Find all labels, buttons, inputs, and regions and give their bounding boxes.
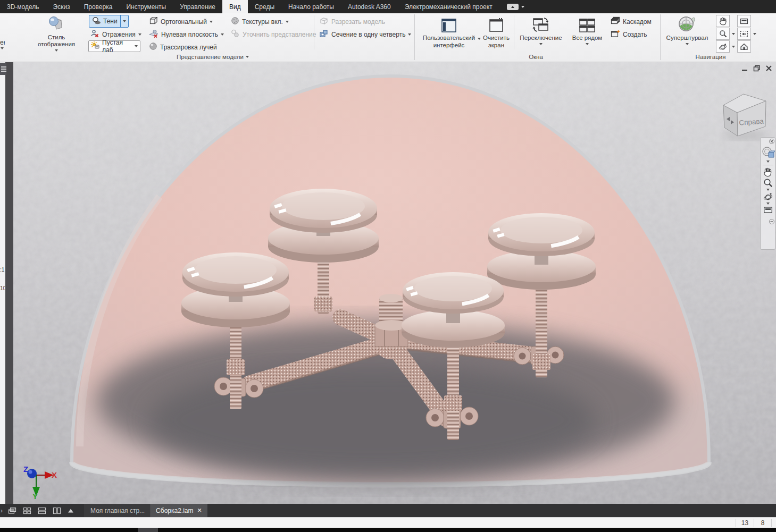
- ray-tracing-button[interactable]: Трассировка лучей: [149, 41, 217, 53]
- close-button[interactable]: [765, 65, 772, 72]
- nav-grid: [716, 15, 758, 53]
- quarter-section-caret: [408, 33, 411, 36]
- cascade-button[interactable]: Каскадом: [611, 16, 652, 27]
- panel-navigation-label: Навигация: [686, 53, 735, 61]
- navbar-zoom-caret[interactable]: [766, 189, 770, 191]
- clipped-left-caret: [1, 47, 4, 49]
- status-files-count: 8: [754, 518, 771, 528]
- home-view-button[interactable]: [737, 40, 751, 53]
- zoom-icon: [719, 30, 727, 38]
- tab-close-icon[interactable]: ✕: [197, 507, 202, 514]
- textures-icon: [231, 16, 239, 27]
- textures-caret: [286, 21, 289, 23]
- navbar-wheel-caret[interactable]: [766, 161, 770, 163]
- restore-button[interactable]: [753, 65, 761, 72]
- navbar-orbit-button[interactable]: [763, 192, 773, 201]
- zoom-window-dropdown[interactable]: [752, 33, 758, 35]
- textures-button[interactable]: Текстуры вкл.: [231, 16, 289, 27]
- tab-electromech[interactable]: Электромеханический проект: [398, 0, 499, 13]
- document-dock-bar: › Моя главная стр... Сборка2.iam ✕: [0, 504, 776, 517]
- dock-cascade-button[interactable]: [8, 507, 16, 514]
- browser-collapsed-rail[interactable]: [5, 62, 13, 504]
- dock-tile-button[interactable]: [23, 507, 31, 514]
- status-occurrences-count: 13: [736, 518, 754, 528]
- shadows-dropdown[interactable]: [120, 15, 128, 27]
- browser-menu-icon[interactable]: [0, 63, 6, 75]
- slice-model-button: Разрезать модель: [319, 16, 385, 27]
- tab-a360[interactable]: Autodesk A360: [341, 0, 398, 13]
- quarter-section-button[interactable]: Сечение в одну четверть: [319, 29, 411, 40]
- tab-view[interactable]: Вид: [222, 0, 248, 13]
- dock-tile-vertical-button[interactable]: [53, 507, 61, 514]
- navbar-orbit-caret[interactable]: [766, 202, 770, 205]
- collapsed-browser-column: :1 10: [0, 62, 5, 504]
- navbar-look-at-button[interactable]: [763, 206, 773, 214]
- panel-windows-label: Окна: [505, 53, 566, 61]
- navbar-close-button[interactable]: [763, 138, 775, 145]
- orthographic-button[interactable]: Ортогональный: [149, 16, 213, 27]
- clipped-left-button[interactable]: ения: [0, 39, 5, 47]
- tab-environments[interactable]: Среды: [248, 0, 281, 13]
- tab-3d-model[interactable]: 3D-модель: [0, 0, 46, 13]
- zoom-button[interactable]: [716, 28, 730, 40]
- navbar-wheel-button[interactable]: [761, 146, 775, 159]
- user-interface-icon: [440, 14, 457, 33]
- tab-sketch[interactable]: Эскиз: [46, 0, 77, 13]
- orbit-icon: [719, 43, 727, 51]
- shadows-button[interactable]: Тени: [89, 15, 129, 28]
- reflections-button[interactable]: Отражения: [90, 29, 141, 40]
- look-at-icon: [740, 18, 748, 25]
- minimize-button[interactable]: [741, 65, 748, 72]
- clean-screen-button[interactable]: Очистить экран: [480, 14, 513, 52]
- panel-model-view-label[interactable]: Представление модели: [146, 53, 279, 61]
- lighting-style-combo[interactable]: Пустая лаб: [88, 40, 140, 52]
- steering-wheel-icon: [678, 14, 697, 33]
- look-at-button[interactable]: [737, 15, 751, 27]
- display-style-button[interactable]: Стиль отображения: [29, 14, 84, 52]
- navbar-pan-button[interactable]: [763, 167, 772, 177]
- orbit-dropdown[interactable]: [730, 46, 737, 48]
- cascade-icon: [611, 16, 620, 27]
- browser-fragment-b: 10: [0, 285, 5, 291]
- dock-overflow-chevron[interactable]: ›: [1, 507, 5, 514]
- lighting-combo-caret: [135, 45, 138, 47]
- zoom-window-button[interactable]: [737, 28, 751, 40]
- tile-all-button[interactable]: Все рядом: [570, 14, 604, 52]
- navbar-collapse-button[interactable]: [763, 218, 775, 225]
- inventor-window: 3D-модель Эскиз Проверка Инструменты Упр…: [0, 0, 776, 532]
- viewport-3d[interactable]: Справа X Y Z: [13, 62, 776, 504]
- document-window-controls: [741, 65, 772, 72]
- ribbon-collapse-icon: [507, 4, 519, 10]
- tab-home-page[interactable]: Моя главная стр...: [85, 504, 151, 517]
- zoom-dropdown[interactable]: [730, 33, 737, 35]
- switch-windows-button[interactable]: Переключение: [518, 14, 564, 52]
- ribbon-collapse-button[interactable]: [507, 0, 524, 13]
- ground-plane-button[interactable]: Нулевая плоскость: [149, 29, 224, 40]
- tab-inspect[interactable]: Проверка: [77, 0, 120, 13]
- tab-tools[interactable]: Инструменты: [119, 0, 173, 13]
- browser-fragment-a: :1: [0, 267, 5, 273]
- orthographic-caret: [210, 21, 213, 23]
- tab-assembly-document[interactable]: Сборка2.iam ✕: [151, 504, 207, 517]
- axis-y-label: Y: [32, 492, 38, 501]
- slice-model-icon: [319, 16, 329, 27]
- dock-expand-arrow[interactable]: [68, 508, 74, 513]
- steering-wheel-button[interactable]: Суперштурвал: [663, 14, 711, 52]
- ribbon: ения Стиль отображения: [0, 13, 776, 62]
- user-interface-button[interactable]: Пользовательский интерфейс: [419, 14, 479, 52]
- navbar-zoom-button[interactable]: [763, 178, 773, 188]
- dock-tile-horizontal-button[interactable]: [38, 507, 46, 514]
- ground-plane-icon: [149, 29, 158, 39]
- shadows-icon: [92, 16, 101, 26]
- reflections-icon: [90, 29, 99, 39]
- new-window-button[interactable]: Создать: [611, 29, 647, 40]
- pan-button[interactable]: [716, 15, 730, 27]
- tab-get-started[interactable]: Начало работы: [281, 0, 341, 13]
- reflections-caret: [138, 33, 141, 36]
- ribbon-tab-bar: 3D-модель Эскиз Проверка Инструменты Упр…: [0, 0, 776, 13]
- orbit-button[interactable]: [716, 40, 730, 53]
- clean-screen-icon: [488, 14, 504, 33]
- tab-manage[interactable]: Управление: [173, 0, 222, 13]
- zoom-window-icon: [740, 30, 748, 38]
- display-style-caret: [55, 49, 58, 52]
